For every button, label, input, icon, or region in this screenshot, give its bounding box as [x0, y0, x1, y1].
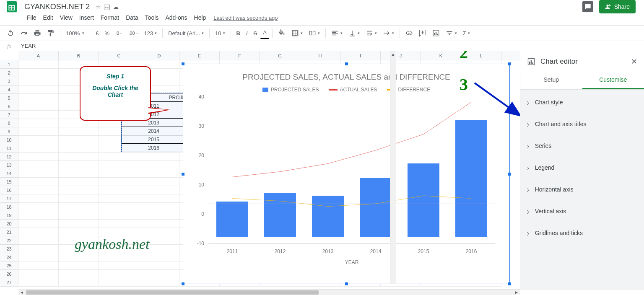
row-header[interactable]: 26	[0, 270, 18, 278]
customise-section-chart-style[interactable]: ›Chart style	[520, 91, 644, 113]
increase-decimal-button[interactable]: .00→	[126, 27, 140, 39]
col-header[interactable]: H	[300, 51, 340, 60]
redo-icon[interactable]	[18, 27, 30, 39]
row-header[interactable]: 18	[0, 203, 18, 211]
last-edit-link[interactable]: Last edit was seconds ago	[213, 15, 278, 21]
col-header[interactable]: J	[381, 51, 421, 60]
row-header[interactable]: 14	[0, 169, 18, 178]
paint-format-icon[interactable]	[44, 27, 57, 39]
menu-addons[interactable]: Add-ons	[162, 13, 190, 23]
row-header[interactable]: 16	[0, 186, 18, 194]
row-header[interactable]: 21	[0, 228, 18, 236]
filter-icon[interactable]	[443, 27, 460, 39]
number-format-select[interactable]: 123	[142, 27, 160, 39]
row-header[interactable]: 1	[0, 60, 18, 69]
star-icon[interactable]	[96, 4, 101, 10]
percent-button[interactable]: %	[102, 27, 112, 39]
customise-section-vertical-axis[interactable]: ›Vertical axis	[520, 200, 644, 222]
text-rotation-icon[interactable]	[380, 27, 397, 39]
insert-chart-icon[interactable]	[430, 27, 442, 39]
merge-cells-icon[interactable]	[306, 27, 322, 39]
row-header[interactable]: 22	[0, 236, 18, 245]
spreadsheet-area[interactable]: ABCDEFGHIJKL 123456789101112131415161718…	[0, 51, 520, 290]
row-header[interactable]: 23	[0, 245, 18, 253]
vertical-align-icon[interactable]	[346, 27, 362, 39]
menu-data[interactable]: Data	[122, 13, 142, 23]
zoom-select[interactable]: 100%	[63, 27, 87, 39]
italic-button[interactable]: I	[244, 27, 250, 39]
functions-icon[interactable]: Σ	[460, 27, 473, 39]
col-header[interactable]: B	[59, 51, 99, 60]
row-header[interactable]: 5	[0, 94, 18, 102]
print-icon[interactable]	[31, 27, 44, 39]
font-size-select[interactable]: 10	[213, 27, 227, 39]
comments-icon[interactable]	[582, 1, 593, 12]
col-header[interactable]: D	[139, 51, 179, 60]
col-header[interactable]: I	[340, 51, 381, 60]
horizontal-align-icon[interactable]	[329, 27, 345, 39]
row-header[interactable]: 4	[0, 85, 18, 94]
col-header[interactable]: G	[260, 51, 300, 60]
text-wrap-icon[interactable]	[363, 27, 379, 39]
row-header[interactable]: 19	[0, 211, 18, 220]
row-header[interactable]: 20	[0, 220, 18, 228]
menu-tools[interactable]: Tools	[142, 13, 162, 23]
row-header[interactable]: 25	[0, 261, 18, 270]
doc-title[interactable]: GYANKOSH.NET 2	[22, 2, 92, 12]
customise-section-chart-and-axis-titles[interactable]: ›Chart and axis titles	[520, 113, 644, 135]
row-header[interactable]: 3	[0, 77, 18, 85]
borders-icon[interactable]	[289, 27, 305, 39]
close-icon[interactable]: ✕	[631, 57, 637, 66]
bold-button[interactable]: B	[234, 27, 243, 39]
col-header[interactable]: A	[18, 51, 59, 60]
tab-setup[interactable]: Setup	[520, 72, 582, 89]
row-header[interactable]: 27	[0, 278, 18, 287]
row-header[interactable]: 6	[0, 102, 18, 111]
row-header[interactable]: 13	[0, 161, 18, 169]
customise-section-horizontal-axis[interactable]: ›Horizontal axis	[520, 179, 644, 200]
cloud-status-icon[interactable]	[113, 4, 119, 10]
menu-file[interactable]: File	[23, 13, 40, 23]
row-header[interactable]: 11	[0, 144, 18, 153]
customise-section-series[interactable]: ›Series	[520, 135, 644, 157]
row-header[interactable]: 17	[0, 194, 18, 203]
row-header[interactable]: 15	[0, 178, 18, 186]
menu-edit[interactable]: Edit	[40, 13, 57, 23]
row-header[interactable]: 10	[0, 136, 18, 144]
strikethrough-button[interactable]: S	[251, 27, 260, 39]
col-header[interactable]: E	[179, 51, 220, 60]
menu-format[interactable]: Format	[97, 13, 122, 23]
customise-section-gridlines-and-ticks[interactable]: ›Gridlines and ticks	[520, 222, 644, 244]
menu-help[interactable]: Help	[191, 13, 210, 23]
decrease-decimal-button[interactable]: .0←	[113, 27, 125, 39]
horizontal-scrollbar[interactable]: ◄►	[18, 289, 520, 295]
chart-object[interactable]: PROJECTED SALES, ACTUAL SALES and DIFFER…	[183, 64, 510, 284]
menu-view[interactable]: View	[57, 13, 76, 23]
menu-insert[interactable]: Insert	[76, 13, 97, 23]
row-header[interactable]: 12	[0, 153, 18, 161]
row-header[interactable]: 7	[0, 111, 18, 119]
customise-section-legend[interactable]: ›Legend	[520, 157, 644, 179]
font-family-select[interactable]: Default (Ari...	[166, 27, 206, 39]
row-header[interactable]: 2	[0, 69, 18, 77]
row-header[interactable]: 8	[0, 119, 18, 127]
insert-comment-icon[interactable]	[416, 27, 429, 39]
fill-color-icon[interactable]	[275, 27, 288, 39]
row-header[interactable]: 9	[0, 127, 18, 136]
formula-input[interactable]: YEAR	[18, 43, 644, 49]
col-header[interactable]: C	[99, 51, 139, 60]
vertical-scrollbar[interactable]: ▲	[390, 51, 396, 284]
share-button[interactable]: Share	[599, 0, 636, 13]
tab-customise[interactable]: Customise	[582, 72, 644, 89]
share-label: Share	[614, 3, 630, 10]
insert-link-icon[interactable]	[403, 27, 415, 39]
move-icon[interactable]	[104, 4, 110, 10]
text-color-button[interactable]: A	[260, 27, 269, 39]
sheets-logo-icon[interactable]	[3, 0, 20, 15]
section-label: Series	[535, 142, 552, 149]
row-header[interactable]: 24	[0, 253, 18, 261]
col-header[interactable]: K	[421, 51, 461, 60]
currency-button[interactable]: £	[93, 27, 101, 39]
col-header[interactable]: F	[220, 51, 260, 60]
undo-icon[interactable]	[4, 27, 17, 39]
